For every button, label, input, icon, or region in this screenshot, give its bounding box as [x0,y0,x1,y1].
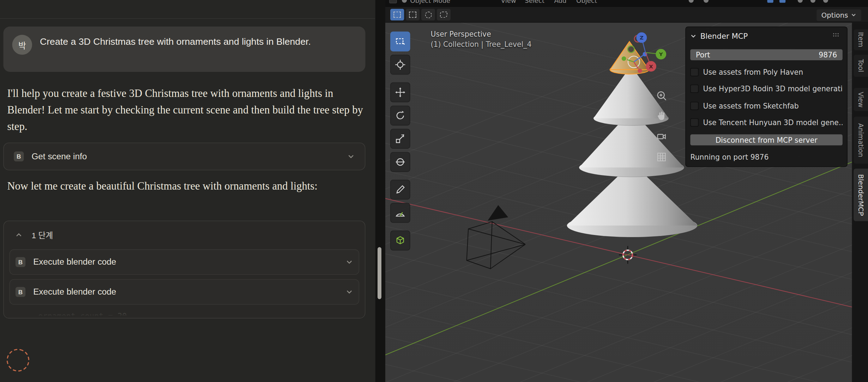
checkbox-hunyuan[interactable]: Use Tencent Hunyuan 3D model gene... [690,117,842,127]
annotate-tool[interactable] [390,180,410,199]
gizmo-x-label: X [649,63,653,70]
menu-add[interactable]: Add [554,0,566,4]
gizmo-y-label: Y [659,51,663,57]
zoom-icon[interactable] [656,90,667,101]
step-label: 1 단계 [31,229,53,241]
menu-object[interactable]: Object [576,0,597,4]
camera-view-icon[interactable] [656,131,667,142]
assistant-paragraph-intro: I'll help you create a festive 3D Christ… [7,85,366,135]
tool-card-label: Execute blender code [33,287,345,297]
checkbox-icon [690,118,699,127]
mcp-panel-header[interactable]: Blender MCP [690,30,842,41]
transform-icon [395,156,406,167]
viewport-3d[interactable]: Z Y X [385,23,868,382]
rotate-tool[interactable] [390,106,410,125]
checkbox-poly-haven[interactable]: Use assets from Poly Haven [690,67,842,77]
shading-material-icon[interactable] [810,0,819,4]
chevron-down-icon [347,153,355,160]
tab-item[interactable]: Item [854,29,868,50]
checkbox-sketchfab[interactable]: Use assets from Sketchfab [690,101,842,111]
mcp-status-text: Running on port 9876 [690,152,842,162]
blender-tool-icon: B [16,287,25,297]
checkbox-icon [690,101,699,110]
select-mode-box[interactable] [406,9,420,20]
blender-mcp-panel: Blender MCP Port 9876 Use assets from Po… [685,26,848,167]
blender-tool-icon: B [16,257,25,267]
loading-spinner [5,347,31,374]
protractor-icon [395,207,406,218]
viewport-nav-controls [656,90,667,172]
checkbox-icon [690,68,699,76]
assistant-paragraph-second: Now let me create a beautiful Christmas … [7,178,366,195]
add-cube-icon [395,235,406,246]
box-select-icon [409,12,416,18]
tab-tool[interactable]: Tool [854,55,868,77]
mode-dropdown[interactable]: Object Mode [402,0,450,4]
magnet-snap-icon[interactable] [689,0,697,4]
tool-card-execute-2[interactable]: B Execute blender code [10,279,360,304]
chat-top-divider [0,0,375,19]
move-tool[interactable] [390,82,410,102]
menu-select[interactable]: Select [525,0,544,4]
blender-topbar: Object Mode View Select Add Object [385,0,868,7]
cursor-crosshair-icon [395,59,406,70]
rotate-icon [395,110,406,121]
transform-tool[interactable] [390,152,410,172]
step-group-header[interactable]: 1 단계 [4,221,365,245]
port-field[interactable]: Port 9876 [690,49,842,60]
code-preview: ornament_count = 20 [38,311,365,318]
tool-card-label: Get scene info [31,152,347,161]
chevron-down-icon [345,288,353,296]
chat-scrollbar[interactable] [378,247,381,299]
tool-card-execute-1[interactable]: B Execute blender code [10,249,360,275]
tool-card-label: Execute blender code [33,257,345,267]
user-message-text: Create a 3D Christmas tree with ornament… [40,35,350,49]
checkbox-hyper3d[interactable]: Use Hyper3D Rodin 3D model generati... [690,84,842,93]
blender-window: Object Mode View Select Add Object [385,0,868,382]
app-stage: 박 Create a 3D Christmas tree with orname… [0,0,868,382]
blender-tool-icon: B [14,152,24,161]
add-cube-tool[interactable] [390,230,410,250]
chevron-down-icon [851,12,856,18]
measure-tool[interactable] [390,203,410,223]
shading-solid-icon[interactable] [798,0,806,4]
drag-grip-icon[interactable] [833,33,840,37]
options-button[interactable]: Options [816,9,861,21]
box-select-tool[interactable] [390,31,410,51]
move-icon [395,87,406,98]
toggle-ortho-icon[interactable] [656,152,667,162]
pan-hand-icon[interactable] [656,111,667,122]
tab-animation[interactable]: Animation [854,117,868,164]
proportional-edit-icon[interactable] [704,0,712,4]
step-group-card: 1 단계 B Execute blender code B Execute bl… [3,221,365,319]
select-mode-lasso[interactable] [437,9,451,20]
checkbox-icon [690,84,699,93]
user-message: 박 Create a 3D Christmas tree with orname… [3,26,365,72]
chevron-down-icon [345,258,353,266]
scale-tool[interactable] [390,129,410,149]
overlay-toggle-icon[interactable] [767,0,776,4]
select-mode-circle[interactable] [421,9,435,20]
circle-select-icon [425,11,432,18]
scale-icon [395,133,406,144]
viewport-header: Options [385,7,868,23]
menu-view[interactable]: View [501,0,516,4]
xray-toggle-icon[interactable] [779,0,788,4]
port-value: 9876 [819,51,837,59]
cursor-tool[interactable] [390,55,410,74]
disconnect-button[interactable]: Disconnect from MCP server [690,134,842,145]
chevron-up-icon [15,231,23,239]
editor-type-icon[interactable] [389,0,397,5]
panel-divider [375,0,385,382]
tool-card-get-scene-info[interactable]: B Get scene info [3,143,365,170]
gizmo-z-label: Z [640,35,644,41]
shading-rendered-icon[interactable] [823,0,832,4]
port-label: Port [696,51,710,59]
tab-blendermcp[interactable]: BlenderMCP [854,169,868,221]
user-avatar: 박 [12,35,32,55]
tab-view[interactable]: View [854,88,868,111]
select-mode-tweak[interactable] [390,9,404,20]
tool-shelf [390,31,410,250]
mcp-panel-title: Blender MCP [700,31,748,40]
chat-panel: 박 Create a 3D Christmas tree with orname… [0,0,375,382]
